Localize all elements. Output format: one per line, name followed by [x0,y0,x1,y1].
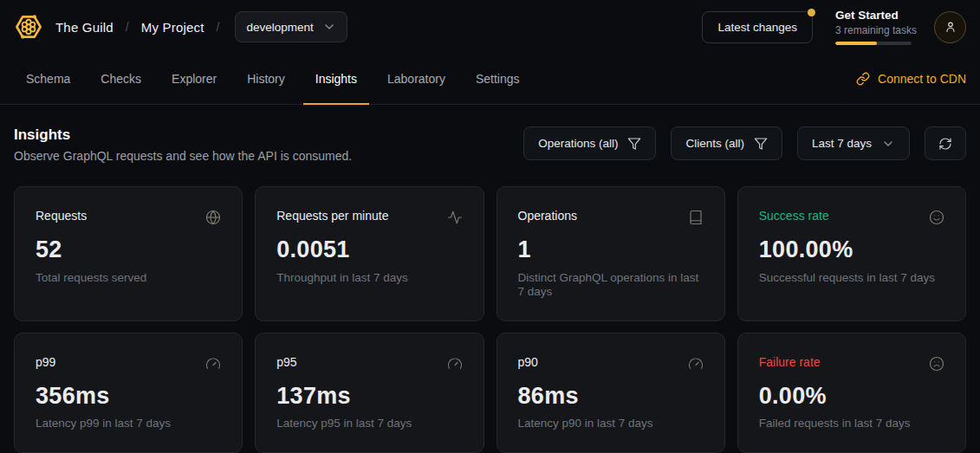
link-icon [856,72,870,86]
tab-schema[interactable]: Schema [14,54,82,104]
tab-explorer[interactable]: Explorer [159,54,229,104]
breadcrumb: The Guild / My Project / development [14,11,347,42]
activity-icon [447,210,463,225]
connect-to-cdn-label: Connect to CDN [878,72,966,86]
gauge-icon [447,356,463,372]
filter-icon [754,137,768,151]
card-description: Latency p99 in last 7 days [36,417,221,430]
card-title: p90 [518,355,538,369]
card-title: p95 [276,355,296,369]
stat-card-failure-rate: Failure rate 0.00% Failed requests in la… [737,333,966,453]
main-nav: Schema Checks Explorer History Insights … [0,54,980,105]
gauge-icon [688,356,704,372]
operations-filter-button[interactable]: Operations (all) [523,126,656,160]
page-subtitle: Observe GraphQL requests and see how the… [14,149,352,163]
tab-history[interactable]: History [235,54,297,104]
get-started-progress-fill [835,42,877,45]
breadcrumb-separator: / [126,20,129,34]
stat-card-operations: Operations 1 Distinct GraphQL operations… [496,186,725,321]
hive-logo-icon[interactable] [14,12,43,42]
card-description: Successful requests in last 7 days [759,271,944,285]
card-value: 137ms [276,384,462,410]
chevron-down-icon [322,20,336,34]
get-started-progress [835,42,912,45]
stat-card-p90: p90 86ms Latency p90 in last 7 days [496,333,725,453]
tab-settings[interactable]: Settings [464,54,532,104]
card-value: 100.00% [759,237,944,263]
get-started-title: Get Started [835,9,912,22]
breadcrumb-project[interactable]: My Project [141,20,204,35]
latest-changes-label: Latest changes [717,21,797,34]
card-value: 1 [518,237,704,263]
filter-icon [627,137,641,151]
card-title: Failure rate [759,355,821,369]
clients-filter-button[interactable]: Clients (all) [671,126,782,160]
filter-toolbar: Operations (all) Clients (all) Last 7 da… [523,126,966,160]
stat-card-success-rate: Success rate 100.00% Successful requests… [737,186,966,321]
get-started-widget[interactable]: Get Started 3 remaining tasks [835,9,912,45]
card-title: Operations [518,209,577,223]
tab-checks[interactable]: Checks [88,54,153,104]
notification-dot [808,9,815,16]
book-icon [688,210,704,225]
period-select-value: Last 7 days [812,137,872,150]
period-select[interactable]: Last 7 days [797,126,910,160]
globe-icon [205,210,221,225]
operations-filter-label: Operations (all) [538,137,618,150]
page-title: Insights [14,126,352,144]
chevron-down-icon [881,137,895,151]
card-value: 356ms [36,384,221,410]
top-bar-right: Latest changes Get Started 3 remaining t… [702,9,966,45]
card-description: Distinct GraphQL operations in last 7 da… [518,271,704,300]
tab-insights[interactable]: Insights [303,54,369,104]
smile-icon [929,210,944,225]
card-description: Throughput in last 7 days [276,271,462,285]
top-bar: The Guild / My Project / development Lat… [0,0,980,54]
card-value: 86ms [518,384,704,410]
get-started-subtitle: 3 remaining tasks [835,24,912,36]
card-value: 52 [36,237,221,263]
gauge-icon [205,356,221,372]
card-description: Total requests served [36,271,221,285]
card-title: Requests per minute [276,209,388,223]
user-avatar[interactable] [934,11,966,43]
stat-card-p99: p99 356ms Latency p99 in last 7 days [14,333,243,453]
refresh-icon [938,137,952,151]
insights-page: Insights Observe GraphQL requests and se… [0,105,980,453]
user-icon [944,20,957,34]
target-selector[interactable]: development [235,11,347,42]
card-title: Requests [36,209,87,223]
nav-tabs: Schema Checks Explorer History Insights … [14,54,532,104]
section-header: Insights Observe GraphQL requests and se… [0,105,980,186]
refresh-button[interactable] [925,126,966,160]
breadcrumb-separator: / [217,20,220,34]
card-title: p99 [36,355,55,369]
card-title: Success rate [759,209,829,223]
breadcrumb-org[interactable]: The Guild [55,20,114,35]
tab-laboratory[interactable]: Laboratory [375,54,458,104]
stats-grid: Requests 52 Total requests served Reques… [0,186,980,453]
card-description: Latency p90 in last 7 days [518,417,704,430]
stat-card-p95: p95 137ms Latency p95 in last 7 days [255,333,484,453]
card-description: Latency p95 in last 7 days [276,417,462,430]
card-value: 0.0051 [276,237,462,263]
card-value: 0.00% [759,384,944,410]
stat-card-rpm: Requests per minute 0.0051 Throughput in… [255,186,484,321]
card-description: Failed requests in last 7 days [759,417,944,430]
clients-filter-label: Clients (all) [685,137,744,150]
frown-icon [929,356,944,372]
section-title-block: Insights Observe GraphQL requests and se… [14,126,352,163]
stat-card-requests: Requests 52 Total requests served [14,186,243,321]
target-selector-value: development [246,21,313,34]
connect-to-cdn-link[interactable]: Connect to CDN [856,72,966,86]
latest-changes-button[interactable]: Latest changes [702,11,813,43]
